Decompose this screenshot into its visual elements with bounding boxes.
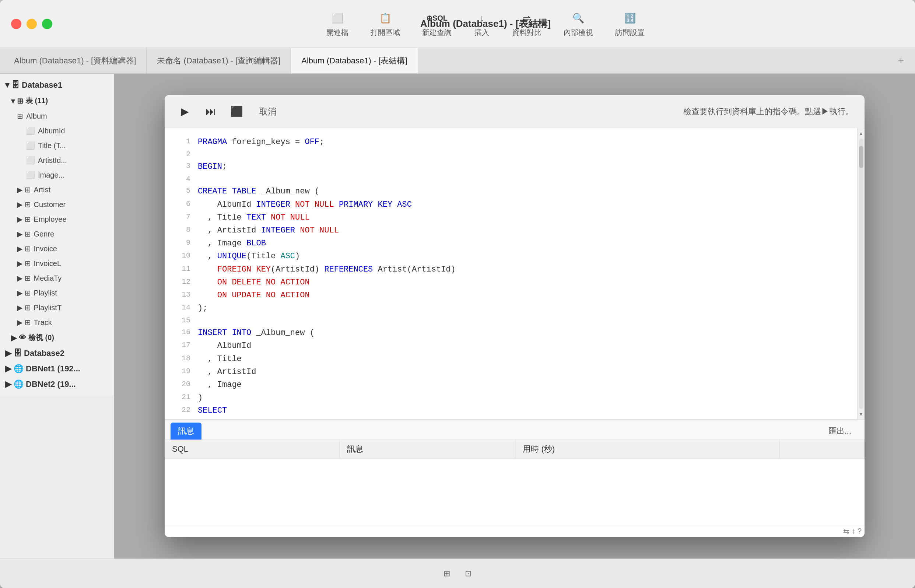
code-line-10: 10 , UNIQUE(Title ASC) [165,250,857,263]
scroll-track[interactable] [859,139,863,409]
table-icon-mediaty: ▶ ⊞ [17,274,31,283]
toolbar-access[interactable]: 🔢 訪問設置 [604,7,656,40]
artistid-label: ArtistId... [38,156,67,165]
table-icon-playlistt: ▶ ⊞ [17,303,31,312]
sidebar-dbnet1[interactable]: ▶ 🌐 DBNet1 (192... [0,361,114,376]
cancel-button[interactable]: 取消 [253,103,282,121]
export-button[interactable]: 匯出... [821,423,859,439]
table-icon-track: ▶ ⊞ [17,318,31,327]
modal-bottom-tabs: 訊息 匯出... [165,420,865,440]
sidebar-views-header[interactable]: ▶ 👁 檢視 (0) [6,330,114,346]
dbnet2-icon: 🌐 [14,380,24,389]
code-line-19: 19 , ArtistId [165,365,857,378]
code-line-2: 2 [165,149,857,160]
field-icon-image: ⬜ [26,171,35,179]
modal-hint: 檢查要執行到資料庫上的指令碼。點選▶執行。 [683,106,854,117]
field-icon-title: ⬜ [26,141,35,150]
sidebar-field-title[interactable]: ⬜ Title (T... [21,138,114,153]
sidebar-item-playlistt[interactable]: ▶ ⊞ PlaylistT [12,300,114,315]
table-icon-artist: ▶ ⊞ [17,185,31,194]
toolbar-open-region[interactable]: 📋 打開區域 [360,7,411,40]
tab-data-editor[interactable]: Album (Database1) - [資料編輯器] [4,48,147,73]
sidebar-tables-header[interactable]: ▾ ⊞ 表 (11) [6,93,114,109]
scroll-down-arrow[interactable]: ▼ [857,410,865,418]
maximize-button[interactable] [42,19,52,29]
playlistt-label: PlaylistT [34,304,62,312]
customer-label: Customer [34,200,66,209]
tab-table-structure[interactable]: Album (Database1) - [表結構] [291,48,418,73]
sidebar-item-genre[interactable]: ▶ ⊞ Genre [12,226,114,241]
sidebar-item-track[interactable]: ▶ ⊞ Track [12,315,114,330]
bottom-grid-button[interactable]: ⊞ [444,569,450,578]
title-label: Title (T... [38,142,66,150]
sidebar-database1[interactable]: ▾ 🗄 Database1 [0,78,114,93]
table-header: SQL 訊息 用時 (秒) [165,440,865,459]
sidebar-item-album[interactable]: ⊞ Album [12,109,114,123]
tab-bar: Album (Database1) - [資料編輯器] 未命名 (Databas… [0,48,915,74]
sidebar-database2[interactable]: ▶ 🗄 Database2 [0,346,114,361]
sidebar-item-customer[interactable]: ▶ ⊞ Customer [12,197,114,212]
result-scroll-h[interactable]: ⇆ [843,527,849,536]
field-icon-artistid: ⬜ [26,156,35,165]
window-controls [11,19,52,29]
table-icon-playlist: ▶ ⊞ [17,289,31,297]
code-line-15: 15 [165,315,857,326]
add-tab-button[interactable]: + [891,48,911,73]
result-scroll-v[interactable]: ↕ [852,527,855,536]
code-editor[interactable]: 1 PRAGMA foreign_keys = OFF; 2 3 [165,128,857,419]
toolbar-area: Album (Database1) - [表結構] ⬜ 開連檔 📋 打開區域 ⊕… [67,7,904,40]
close-button[interactable] [11,19,21,29]
chevron-down-icon: ▾ [5,80,9,90]
tab-query-editor[interactable]: 未命名 (Database1) - [查詢編輯器] [147,48,291,73]
main-content: ▾ 🗄 Database1 ▾ ⊞ 表 (11) ⊞ Album [0,74,915,559]
chevron-right-icon-dbnet2: ▶ [5,380,11,389]
minimize-button[interactable] [26,19,37,29]
table-icon-invoice: ▶ ⊞ [17,244,31,253]
sidebar-item-employee[interactable]: ▶ ⊞ Employee [12,212,114,226]
sidebar-item-mediaty[interactable]: ▶ ⊞ MediaTy [12,271,114,286]
table-icon-customer: ▶ ⊞ [17,200,31,209]
stop-button[interactable]: ⬛ [227,102,246,121]
scroll-up-arrow[interactable]: ▲ [857,130,865,137]
code-line-14: 14 ); [165,302,857,315]
code-line-3: 3 BEGIN; [165,160,857,173]
title-bar: Album (Database1) - [表結構] ⬜ 開連檔 📋 打開區域 ⊕… [0,0,915,48]
sidebar-dbnet2[interactable]: ▶ 🌐 DBNet2 (19... [0,376,114,392]
bottom-layout-button[interactable]: ⊡ [465,569,471,578]
skip-to-end-button[interactable]: ⏭ [202,102,220,121]
toolbar-open-table[interactable]: ⬜ 開連檔 [315,7,360,40]
sidebar-field-albumid[interactable]: ⬜ AlbumId [21,123,114,138]
scroll-thumb[interactable] [859,146,863,168]
tables-icon: ⊞ [17,97,23,105]
dbnet2-label: DBNet2 (19... [26,380,76,389]
image-label: Image... [38,171,65,179]
sidebar-item-invoicel[interactable]: ▶ ⊞ InvoiceL [12,256,114,271]
sidebar-item-invoice[interactable]: ▶ ⊞ Invoice [12,241,114,256]
col-message: 訊息 [340,440,515,459]
sidebar-field-artistid[interactable]: ⬜ ArtistId... [21,153,114,168]
employee-label: Employee [34,215,67,224]
code-line-11: 11 FOREIGN KEY(ArtistId) REFERENCES Arti… [165,263,857,276]
playlist-label: Playlist [34,289,57,297]
invoice-label: Invoice [34,245,57,253]
table-icon-album: ⊞ [17,111,23,121]
col-sql: SQL [165,440,340,459]
db2-icon: 🗄 [14,349,22,358]
dbnet1-icon: 🌐 [14,364,24,373]
messages-tab[interactable]: 訊息 [171,423,202,439]
code-line-13: 13 ON UPDATE NO ACTION [165,289,857,302]
toolbar-validate[interactable]: 🔍 內部檢視 [552,7,604,40]
code-line-5: 5 CREATE TABLE _Album_new ( [165,185,857,198]
sidebar-item-playlist[interactable]: ▶ ⊞ Playlist [12,286,114,300]
play-button[interactable]: ▶ [176,102,194,121]
album-label: Album [26,112,47,121]
sidebar-field-image[interactable]: ⬜ Image... [21,168,114,183]
result-scrollbar-area: ⇆ ↕ ? [165,525,865,537]
sidebar-item-artist[interactable]: ▶ ⊞ Artist [12,183,114,197]
app-window: Album (Database1) - [表結構] ⬜ 開連檔 📋 打開區域 ⊕… [0,0,915,588]
tables-label: 表 (11) [26,96,48,106]
help-button[interactable]: ? [857,527,862,536]
table-icon-employee: ▶ ⊞ [17,215,31,224]
album-fields: ⬜ AlbumId ⬜ Title (T... ⬜ ArtistId... [12,123,114,183]
code-editor-container: 1 PRAGMA foreign_keys = OFF; 2 3 [165,128,865,419]
